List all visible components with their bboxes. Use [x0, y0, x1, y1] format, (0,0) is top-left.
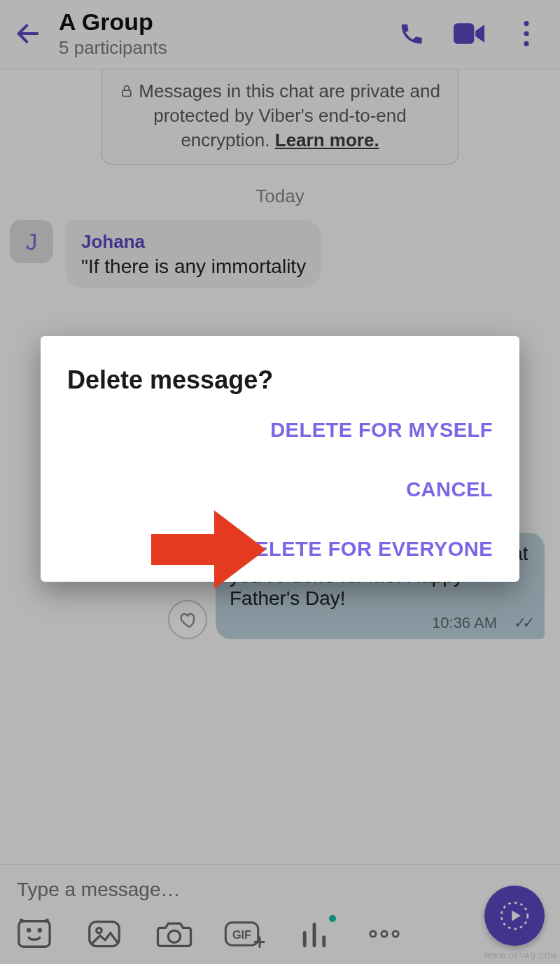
annotation-arrow-icon — [151, 510, 266, 589]
delete-message-dialog: Delete message? DELETE FOR MYSELF CANCEL… — [41, 336, 519, 582]
cancel-button[interactable]: CANCEL — [406, 478, 493, 501]
delete-for-myself-button[interactable]: DELETE FOR MYSELF — [270, 419, 493, 442]
delete-for-everyone-button[interactable]: DELETE FOR EVERYONE — [240, 538, 493, 561]
dialog-title: Delete message? — [67, 365, 493, 395]
